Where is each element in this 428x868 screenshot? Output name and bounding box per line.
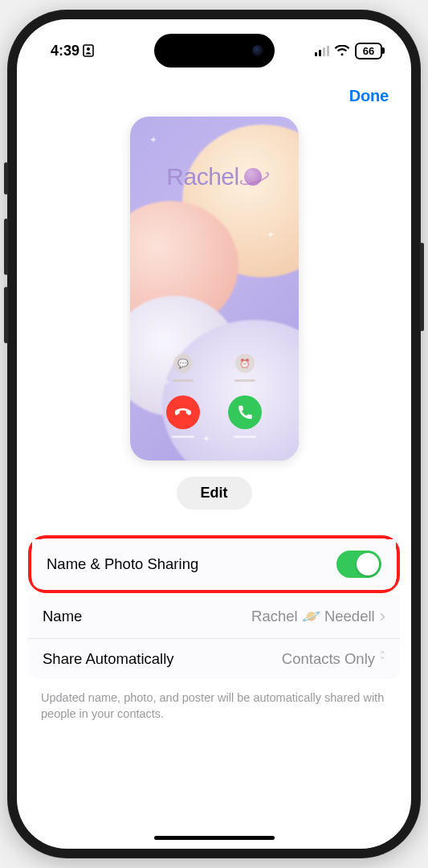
remind-me-icon: 💬 (173, 354, 193, 373)
edit-button[interactable]: Edit (177, 477, 252, 510)
contact-card-icon (83, 44, 94, 57)
screen: 4:39 66 Done (17, 19, 411, 849)
share-automatically-value: Contacts Only (282, 650, 375, 668)
message-icon: ⏰ (235, 354, 255, 373)
name-label: Name (43, 608, 82, 625)
settings-list: Name & Photo Sharing Name Rachel 🪐 Neede… (28, 535, 400, 679)
name-photo-sharing-label: Name & Photo Sharing (47, 555, 198, 573)
battery-indicator: 66 (355, 43, 382, 59)
share-automatically-row[interactable]: Share Automatically Contacts Only ˄˅ (28, 639, 400, 679)
battery-percentage: 66 (363, 45, 374, 57)
svg-point-1 (87, 47, 90, 51)
accept-call-icon (228, 395, 262, 429)
status-time: 4:39 (51, 43, 79, 59)
done-button[interactable]: Done (349, 87, 389, 105)
planet-icon (244, 168, 262, 186)
nav-bar: Done (17, 68, 411, 113)
front-camera (252, 45, 263, 56)
home-indicator[interactable] (154, 836, 275, 840)
wifi-icon (334, 45, 350, 57)
share-automatically-label: Share Automatically (43, 650, 174, 668)
name-photo-sharing-toggle[interactable] (336, 551, 381, 578)
name-row[interactable]: Name Rachel 🪐 Needell › (28, 595, 400, 639)
footer-description: Updated name, photo, and poster will be … (17, 679, 411, 733)
highlight-annotation: Name & Photo Sharing (28, 535, 400, 593)
contact-poster[interactable]: ✦ ✦ ✧ ✦ Rachel 💬 ⏰ (130, 117, 299, 461)
phone-frame: 4:39 66 Done (7, 10, 421, 858)
power-button (420, 243, 424, 331)
dynamic-island (154, 34, 275, 68)
poster-area: ✦ ✦ ✧ ✦ Rachel 💬 ⏰ (17, 113, 411, 510)
decline-call-icon (166, 395, 200, 429)
mute-switch (4, 162, 8, 194)
name-photo-sharing-row[interactable]: Name & Photo Sharing (32, 539, 396, 589)
name-value: Rachel 🪐 Needell (251, 608, 375, 625)
cellular-signal-icon (315, 46, 330, 56)
volume-up-button (4, 219, 8, 275)
up-down-icon: ˄˅ (380, 653, 385, 665)
volume-down-button (4, 287, 8, 343)
poster-name-text: Rachel (166, 163, 238, 190)
chevron-right-icon: › (380, 606, 385, 627)
poster-name: Rachel (130, 163, 299, 190)
